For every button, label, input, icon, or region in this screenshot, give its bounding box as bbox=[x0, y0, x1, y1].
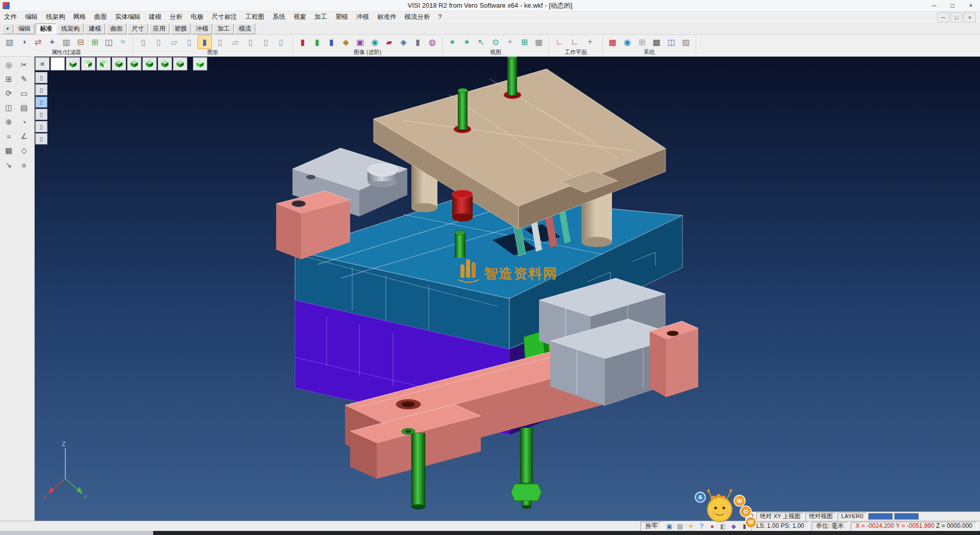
mdi-restore-button[interactable]: □ bbox=[950, 12, 963, 22]
menu-item[interactable]: 标准件 bbox=[373, 11, 401, 22]
clipboard-slot-active-icon[interactable]: ▯ bbox=[35, 96, 47, 108]
clipboard-slot-icon[interactable]: ▯ bbox=[35, 72, 47, 83]
angle-icon[interactable]: ∠ bbox=[17, 130, 31, 143]
move-icon[interactable]: ↘ bbox=[2, 158, 16, 172]
menu-item[interactable]: 建模 bbox=[145, 11, 166, 22]
menu-item[interactable]: 实体编辑 bbox=[111, 11, 145, 22]
add-icon[interactable]: ⊞ bbox=[88, 35, 102, 49]
menu-item[interactable]: ? bbox=[434, 11, 446, 22]
ribbon-tab[interactable]: 模流 bbox=[235, 23, 255, 34]
wireframe-icon[interactable]: ▯ bbox=[136, 35, 151, 49]
view-cube-dynamic-icon[interactable] bbox=[193, 57, 207, 70]
scrollbar-thumb[interactable] bbox=[0, 531, 153, 535]
display-icon[interactable]: ▣ bbox=[665, 522, 674, 530]
chevron-down-icon[interactable]: ▼ bbox=[2, 23, 13, 34]
diamond-icon[interactable]: ◇ bbox=[17, 144, 31, 157]
flat-shade-icon[interactable]: ▱ bbox=[167, 35, 181, 49]
zoom-extents-icon[interactable]: ◎ bbox=[2, 58, 16, 71]
menu-item[interactable]: 视窗 bbox=[289, 11, 310, 22]
ribbon-tab[interactable]: 线架构 bbox=[57, 23, 84, 34]
ribbon-tab[interactable]: 加工 bbox=[213, 23, 234, 34]
grid-view-icon[interactable]: ▦ bbox=[532, 35, 546, 49]
close-button[interactable]: × bbox=[962, 0, 980, 11]
view-cube-bottom-icon[interactable] bbox=[142, 57, 157, 70]
add-point-icon[interactable]: ⊕ bbox=[2, 115, 16, 129]
menu-item[interactable]: 工程图 bbox=[241, 11, 269, 22]
blue-layer-icon[interactable]: ▮ bbox=[325, 35, 338, 49]
menu-item[interactable]: 文件 bbox=[0, 11, 21, 22]
menu-item[interactable]: 曲面 bbox=[90, 11, 111, 22]
multi-view-icon[interactable]: ⊞ bbox=[518, 35, 531, 49]
swap-icon[interactable]: ⇄ bbox=[32, 35, 45, 49]
clipboard-slot-icon[interactable]: ▯ bbox=[35, 133, 47, 144]
view-mode-status[interactable]: 绝对视图 bbox=[805, 513, 836, 521]
ribbon-tab[interactable]: 尺寸 bbox=[128, 23, 148, 34]
mesh-icon[interactable]: ▦ bbox=[2, 144, 16, 157]
view-cube-right-icon[interactable] bbox=[173, 57, 187, 70]
highlight-icon[interactable]: ✦ bbox=[45, 35, 59, 49]
graphics-viewport[interactable]: 智造资料网 Z X Y ≡ bbox=[34, 56, 980, 521]
list-tool-icon[interactable]: ≡ bbox=[17, 158, 31, 172]
green-layer-icon[interactable]: ▮ bbox=[310, 35, 324, 49]
rotate-icon[interactable]: ⟳ bbox=[2, 87, 16, 100]
list-status-icon[interactable]: ▤ bbox=[675, 522, 684, 530]
frame-icon[interactable]: ▣ bbox=[354, 35, 367, 49]
menu-item[interactable]: 冲模 bbox=[352, 11, 373, 22]
shade-grid-icon[interactable]: ▨ bbox=[679, 35, 693, 49]
display-toggle-icon[interactable]: ◑ bbox=[17, 35, 31, 49]
remove-icon[interactable]: ⊟ bbox=[74, 35, 87, 49]
shade-icon[interactable]: ▯ bbox=[182, 35, 197, 49]
snap-grid-icon[interactable]: ⊞ bbox=[2, 72, 16, 86]
ribbon-tab[interactable]: 应用 bbox=[149, 23, 169, 34]
menu-item[interactable]: 线架构 bbox=[42, 11, 69, 22]
bar-icon[interactable]: ▰ bbox=[382, 35, 396, 49]
menu-item[interactable]: 电极 bbox=[187, 11, 208, 22]
ribbon-tab[interactable]: 标准 bbox=[36, 23, 56, 34]
menu-item[interactable]: 加工 bbox=[310, 11, 331, 22]
menu-item[interactable]: 模流分析 bbox=[401, 11, 434, 22]
window-icon[interactable]: ◫ bbox=[102, 35, 115, 49]
arc-icon[interactable]: ◔ bbox=[17, 115, 31, 129]
clipboard-slot-icon[interactable]: ▯ bbox=[35, 121, 47, 132]
edit-icon[interactable]: ✎ bbox=[17, 72, 31, 86]
target-icon[interactable]: ◉ bbox=[368, 35, 381, 49]
solid-view-icon[interactable]: ◆ bbox=[339, 35, 353, 49]
curve-icon[interactable]: ≈ bbox=[2, 130, 16, 143]
ribbon-tab[interactable]: 塑膜 bbox=[170, 23, 191, 34]
render-icon[interactable]: ▯ bbox=[243, 35, 258, 49]
ribbon-tab[interactable]: 曲面 bbox=[106, 23, 127, 34]
menu-item[interactable]: 尺寸标注 bbox=[208, 11, 241, 22]
active-layer-status[interactable]: LAYER0 bbox=[838, 513, 867, 521]
menu-item[interactable]: 网格 bbox=[69, 11, 90, 22]
workplane-origin-icon[interactable]: + bbox=[583, 35, 597, 49]
color-grid-icon[interactable]: ▦ bbox=[606, 35, 620, 49]
ribbon-tab[interactable]: 冲模 bbox=[192, 23, 212, 34]
minimize-button[interactable]: ─ bbox=[925, 0, 943, 11]
crosshair-icon[interactable]: + bbox=[503, 35, 517, 49]
view-cube-side-icon[interactable] bbox=[96, 57, 111, 70]
pan-icon[interactable]: ↖ bbox=[475, 35, 488, 49]
red-layer-icon[interactable]: ▮ bbox=[296, 35, 309, 49]
globe-icon[interactable]: ◉ bbox=[621, 35, 634, 49]
panel-icon[interactable]: ◫ bbox=[665, 35, 678, 49]
gem-icon[interactable]: ◈ bbox=[397, 35, 410, 49]
view-cube-front-icon[interactable] bbox=[81, 57, 95, 70]
filter-icon[interactable]: ▧ bbox=[3, 35, 16, 49]
menu-item[interactable]: 塑模 bbox=[331, 11, 352, 22]
view-cube-top-icon[interactable] bbox=[66, 57, 80, 70]
sphere-icon[interactable]: ◍ bbox=[426, 35, 439, 49]
shaded-edges-icon[interactable]: ▮ bbox=[198, 35, 212, 49]
zoom-all-icon[interactable]: ✶ bbox=[446, 35, 459, 49]
menu-item[interactable]: 编辑 bbox=[21, 11, 42, 22]
zoom-window-icon[interactable]: ✶ bbox=[460, 35, 473, 49]
smooth-icon[interactable]: ≈ bbox=[116, 35, 130, 49]
transparent-icon[interactable]: ▯ bbox=[213, 35, 227, 49]
view-cube-iso-icon[interactable] bbox=[112, 57, 126, 70]
workplane-x-icon[interactable]: ∟ bbox=[552, 35, 567, 49]
mdi-minimize-button[interactable]: ─ bbox=[937, 12, 949, 22]
lock-toggle[interactable]: 拴牢 bbox=[641, 522, 662, 531]
list-icon[interactable]: ▥ bbox=[60, 35, 73, 49]
rectangle-icon[interactable]: ▭ bbox=[17, 87, 31, 100]
blank-view-icon[interactable] bbox=[51, 57, 65, 70]
horizontal-scrollbar[interactable] bbox=[0, 531, 980, 535]
